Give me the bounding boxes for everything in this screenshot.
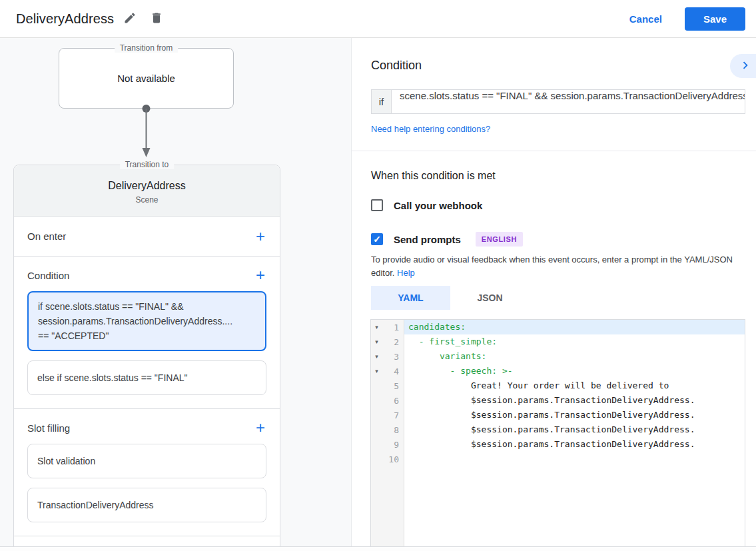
- tab-json[interactable]: JSON: [450, 286, 530, 310]
- transition-to-label: Transition to: [120, 160, 175, 169]
- slot-item-validation[interactable]: Slot validation: [27, 444, 266, 478]
- editor-gutter-row: 9: [371, 437, 404, 452]
- condition-item-else[interactable]: else if scene.slots.status == "FINAL": [27, 360, 266, 395]
- editor-gutter-row: ▾1: [371, 320, 404, 334]
- slot-item-transaction-delivery-address[interactable]: TransactionDeliveryAddress: [27, 488, 266, 522]
- pencil-icon: [123, 11, 137, 27]
- yaml-editor: ▾1▾2▾3▾45678910 candidates: - first_simp…: [370, 319, 745, 546]
- prompt-help-link[interactable]: Help: [397, 268, 415, 278]
- send-prompts-row[interactable]: ✓ Send prompts ENGLISH: [371, 232, 523, 247]
- conditions-help-link[interactable]: Need help entering conditions?: [371, 124, 490, 134]
- line-number: 10: [382, 454, 404, 464]
- when-condition-met-title: When this condition is met: [371, 170, 496, 182]
- slot-filling-title: Slot filling: [27, 422, 70, 434]
- scene-editor-window: DeliveryAddress Cancel Save Transition f…: [0, 0, 756, 551]
- editor-gutter-row: 6: [371, 393, 404, 408]
- code-line-9[interactable]: $session.params.TransactionDeliveryAddre…: [404, 437, 745, 452]
- code-line-1[interactable]: candidates:: [404, 320, 745, 334]
- tab-yaml[interactable]: YAML: [371, 286, 450, 310]
- on-enter-title: On enter: [27, 231, 66, 242]
- flow-arrow-icon: [141, 103, 151, 163]
- fold-arrow-icon[interactable]: ▾: [371, 324, 382, 330]
- fold-arrow-icon[interactable]: ▾: [371, 368, 382, 374]
- editor-gutter-row: 5: [371, 378, 404, 393]
- scene-card: Transition to DeliveryAddress Scene On e…: [13, 165, 280, 546]
- transition-from-label: Transition from: [115, 43, 179, 53]
- code-line-6[interactable]: $session.params.TransactionDeliveryAddre…: [404, 393, 745, 408]
- add-slot-button[interactable]: +: [254, 421, 266, 434]
- line-number: 3: [382, 352, 404, 362]
- line-number: 9: [382, 440, 404, 450]
- section-condition: Condition + if scene.slots.status == "FI…: [14, 256, 280, 408]
- editor-gutter: ▾1▾2▾3▾45678910: [371, 320, 404, 546]
- editor-gutter-row: 8: [371, 422, 404, 437]
- editor-code-area[interactable]: candidates: - first_simple: variants: - …: [404, 320, 745, 546]
- code-line-8[interactable]: $session.params.TransactionDeliveryAddre…: [404, 422, 745, 437]
- top-bar: DeliveryAddress Cancel Save: [0, 0, 756, 38]
- code-line-5[interactable]: Great! Your order will be delivered to: [404, 378, 745, 393]
- language-badge: ENGLISH: [476, 232, 523, 247]
- condition-panel-title: Condition: [371, 59, 422, 73]
- code-line-2[interactable]: - first_simple:: [404, 334, 745, 349]
- line-number: 5: [382, 381, 404, 391]
- edit-scene-button[interactable]: [119, 7, 141, 31]
- condition-detail-panel: Condition if scene.slots.status == "FINA…: [351, 38, 756, 546]
- condition-item-selected[interactable]: if scene.slots.status == "FINAL" && sess…: [27, 291, 266, 351]
- fold-arrow-icon[interactable]: ▾: [371, 338, 382, 345]
- code-line-10[interactable]: [404, 452, 745, 466]
- editor-gutter-row: ▾2: [371, 334, 404, 349]
- condition-expression-input[interactable]: scene.slots.status == "FINAL" && session…: [391, 89, 745, 114]
- editor-gutter-row: ▾3: [371, 349, 404, 364]
- fold-arrow-icon[interactable]: ▾: [371, 353, 382, 360]
- line-number: 8: [382, 425, 404, 435]
- collapse-panel-button[interactable]: [730, 54, 756, 78]
- line-number: 7: [382, 410, 404, 420]
- section-custom-intent: Custom intent handling +: [14, 536, 280, 546]
- code-line-4[interactable]: - speech: >-: [404, 364, 745, 378]
- scene-flow-panel: Transition from Not available Transition…: [0, 38, 351, 546]
- condition-expression-row: if scene.slots.status == "FINAL" && sess…: [371, 89, 745, 114]
- add-on-enter-button[interactable]: +: [254, 230, 266, 243]
- line-number: 1: [382, 322, 404, 332]
- add-condition-button[interactable]: +: [254, 269, 266, 282]
- line-number: 4: [382, 366, 404, 376]
- send-prompts-label: Send prompts: [394, 234, 461, 245]
- editor-gutter-row: ▾4: [371, 364, 404, 378]
- page-bottom-edge: [0, 546, 756, 551]
- trash-icon: [150, 11, 163, 27]
- section-on-enter: On enter +: [14, 216, 280, 256]
- chevron-right-icon: [738, 58, 753, 75]
- code-line-3[interactable]: variants:: [404, 349, 745, 364]
- if-prefix: if: [371, 89, 391, 114]
- delete-scene-button[interactable]: [146, 7, 167, 31]
- cancel-button[interactable]: Cancel: [619, 8, 673, 30]
- editor-gutter-row: 10: [371, 452, 404, 466]
- call-webhook-row[interactable]: Call your webhook: [371, 199, 482, 211]
- scene-card-header[interactable]: DeliveryAddress Scene: [14, 165, 280, 216]
- section-slot-filling: Slot filling + Slot validation Transacti…: [14, 408, 280, 536]
- scene-type: Scene: [135, 195, 158, 205]
- transition-from-value: Not available: [117, 73, 175, 84]
- content-area: Transition from Not available Transition…: [0, 38, 756, 546]
- editor-format-tabs: YAML JSON: [371, 286, 530, 310]
- editor-gutter-row: 7: [371, 408, 404, 422]
- code-line-7[interactable]: $session.params.TransactionDeliveryAddre…: [404, 408, 745, 422]
- line-number: 6: [382, 396, 404, 406]
- condition-section-title: Condition: [27, 270, 69, 281]
- transition-from-box: Transition from Not available: [59, 48, 234, 109]
- prompt-description: To provide audio or visual feedback when…: [371, 253, 748, 280]
- panel-divider: [352, 151, 756, 151]
- save-button[interactable]: Save: [685, 7, 745, 31]
- scene-name: DeliveryAddress: [108, 180, 185, 192]
- line-number: 2: [382, 337, 404, 347]
- call-webhook-checkbox[interactable]: [371, 199, 383, 211]
- prompt-description-text: To provide audio or visual feedback when…: [371, 255, 733, 278]
- call-webhook-label: Call your webhook: [394, 200, 482, 211]
- page-title: DeliveryAddress: [16, 11, 114, 27]
- send-prompts-checkbox[interactable]: ✓: [371, 233, 383, 245]
